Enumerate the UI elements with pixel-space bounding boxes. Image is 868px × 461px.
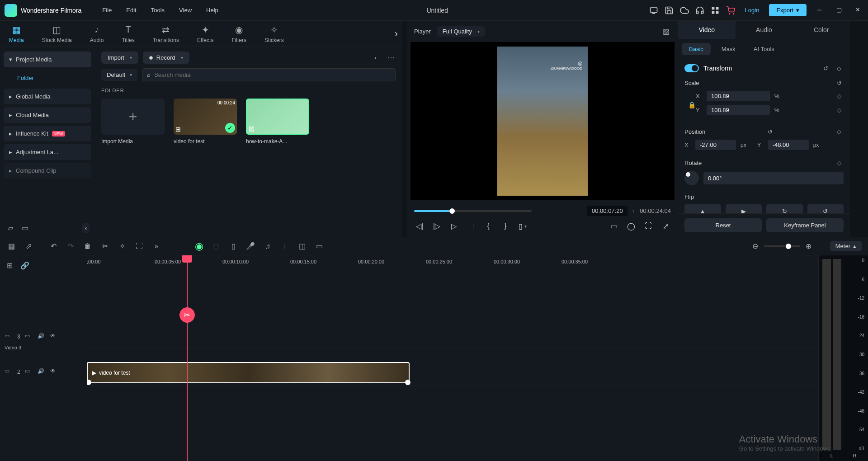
magic-cut-icon[interactable]: ✧ [117, 241, 127, 251]
link-icon[interactable]: 🔗 [20, 261, 30, 271]
quality-select[interactable]: Full Quality [437, 26, 485, 37]
scale-x-input[interactable]: 108.89 [707, 91, 770, 101]
rotate-cw-button[interactable]: ↻ [766, 204, 803, 213]
display-icon[interactable]: ▭ [609, 221, 619, 231]
crop-button[interactable]: ⛶ [134, 241, 144, 251]
more-tools-button[interactable]: » [151, 241, 161, 251]
tab-stock-media[interactable]: ◫Stock Media [42, 24, 72, 43]
new-folder-icon[interactable]: ▱ [5, 223, 15, 233]
zoom-out-button[interactable]: ⊖ [750, 241, 760, 251]
media-item-video[interactable]: 00:00:24 ⊞ ✓ video for test [174, 99, 237, 145]
track-row-video3[interactable] [87, 326, 818, 348]
menu-view[interactable]: View [172, 7, 199, 14]
playhead[interactable]: ✂ [187, 255, 188, 461]
current-time[interactable]: 00:00:07:20 [587, 206, 627, 216]
reset-icon[interactable]: ↺ [765, 127, 774, 136]
sidebar-folder[interactable]: Folder [4, 70, 91, 86]
mute-icon[interactable]: 🔊 [38, 333, 46, 341]
pos-x-input[interactable]: -27.00 [695, 140, 736, 150]
subtab-mask[interactable]: Mask [714, 43, 743, 55]
mute-icon[interactable]: 🔊 [38, 368, 46, 376]
snap-icon[interactable]: ◫ [297, 241, 307, 251]
filter-icon[interactable]: ⫠ [371, 53, 381, 63]
stop-button[interactable]: □ [466, 221, 476, 231]
subtab-basic[interactable]: Basic [682, 43, 711, 55]
menu-tools[interactable]: Tools [144, 7, 172, 14]
clip-handle-right[interactable] [405, 380, 410, 385]
auto-highlight-icon[interactable]: ◉ [194, 241, 204, 251]
tab-stickers[interactable]: ✧Stickers [264, 24, 284, 43]
keyframe-panel-button[interactable]: Keyframe Panel [766, 218, 844, 232]
sidebar-project-media[interactable]: ▾Project Media [4, 52, 91, 67]
delete-button[interactable]: 🗑 [83, 241, 93, 251]
device-icon[interactable] [649, 6, 658, 15]
zoom-in-button[interactable]: ⊕ [804, 241, 814, 251]
pos-y-input[interactable]: -48.00 [768, 140, 809, 150]
marker-menu-button[interactable]: ▯ [517, 221, 528, 231]
playhead-head[interactable] [182, 255, 192, 263]
prev-frame-button[interactable]: ◁| [414, 221, 425, 231]
more-icon[interactable]: ⋯ [386, 53, 396, 63]
export-button[interactable]: Export▾ [769, 4, 807, 16]
minimize-button[interactable]: ─ [817, 6, 826, 14]
sort-default-select[interactable]: Default [101, 69, 137, 81]
tab-transitions[interactable]: ⇄Transitions [153, 24, 179, 43]
tab-audio[interactable]: ♪Audio [90, 24, 104, 43]
snapshot-settings-icon[interactable]: ▨ [661, 27, 671, 37]
mark-in-button[interactable]: { [483, 221, 494, 231]
reset-icon[interactable]: ↺ [835, 78, 844, 87]
transform-toggle[interactable] [684, 64, 699, 72]
link-scale-icon[interactable]: 🔒 [688, 101, 696, 108]
grid-icon[interactable]: ▦ [6, 241, 16, 251]
cart-icon[interactable] [726, 6, 735, 15]
props-tab-audio[interactable]: Audio [736, 21, 793, 39]
props-tab-video[interactable]: Video [678, 21, 736, 39]
keyframe-icon[interactable]: ◇ [835, 92, 844, 101]
tab-media[interactable]: ▦Media [9, 24, 24, 43]
sidebar-collapse-button[interactable]: ‹ [82, 223, 90, 233]
props-tab-color[interactable]: Color [793, 21, 850, 39]
sidebar-compound-clip[interactable]: ▸Compound Clip [4, 163, 91, 179]
add-track-icon[interactable]: ⊞ [5, 261, 14, 271]
apps-icon[interactable] [711, 6, 720, 15]
reset-button[interactable]: Reset [684, 218, 762, 232]
marker-icon[interactable]: ▯ [228, 241, 238, 251]
cut-button[interactable]: ✂ [100, 241, 110, 251]
fullscreen-icon[interactable]: ⤢ [660, 221, 671, 231]
next-frame-button[interactable]: |▷ [431, 221, 442, 231]
fit-icon[interactable]: ▭ [314, 241, 324, 251]
import-plus-icon[interactable]: + [101, 99, 165, 135]
keyframe-icon[interactable]: ◇ [835, 127, 844, 136]
subtab-ai-tools[interactable]: AI Tools [746, 43, 782, 55]
rotate-input[interactable]: 0.00° [703, 172, 844, 184]
menu-edit[interactable]: Edit [119, 7, 143, 14]
mark-out-button[interactable]: } [500, 221, 511, 231]
flip-vertical-button[interactable]: ▶ [726, 204, 762, 213]
undo-button[interactable]: ↶ [48, 241, 58, 251]
headphones-icon[interactable] [695, 6, 704, 15]
tab-titles[interactable]: TTitles [122, 24, 134, 43]
save-icon[interactable] [665, 6, 674, 15]
reset-icon[interactable]: ↺ [821, 64, 830, 73]
folder-icon[interactable]: ▭ [25, 368, 33, 376]
rotate-dial[interactable] [684, 171, 699, 185]
preview-screen[interactable]: ◎ @UMAIRWADOOD [410, 42, 675, 200]
search-input[interactable] [154, 71, 391, 78]
import-button[interactable]: Import [101, 52, 138, 64]
menu-file[interactable]: File [95, 7, 119, 14]
flip-horizontal-button[interactable]: ▲ [684, 204, 721, 213]
redo-button[interactable]: ↷ [66, 241, 75, 251]
tab-filters[interactable]: ◉Filters [231, 24, 246, 43]
sidebar-influence-kit[interactable]: ▸Influence KitNEW [4, 126, 91, 141]
visibility-icon[interactable]: 👁 [50, 333, 58, 341]
audio-sync-icon[interactable]: ♬ [263, 241, 273, 251]
timeline-ruler[interactable]: ;00:0000:00:05:0000:00:10:0000:00:15:000… [87, 255, 818, 276]
media-thumb[interactable]: 00:00:24 ⊞ ✓ [174, 99, 237, 135]
clip-handle-left[interactable] [87, 380, 91, 385]
play-button[interactable]: ▷ [448, 221, 459, 231]
meter-toggle-button[interactable]: Meter▴ [830, 241, 862, 251]
media-thumb[interactable]: ▨ [246, 99, 309, 135]
timeline-clip[interactable]: ▶ video for test [87, 362, 410, 383]
search-box[interactable]: ⌕ [142, 68, 396, 81]
scale-y-input[interactable]: 108.89 [707, 105, 770, 115]
